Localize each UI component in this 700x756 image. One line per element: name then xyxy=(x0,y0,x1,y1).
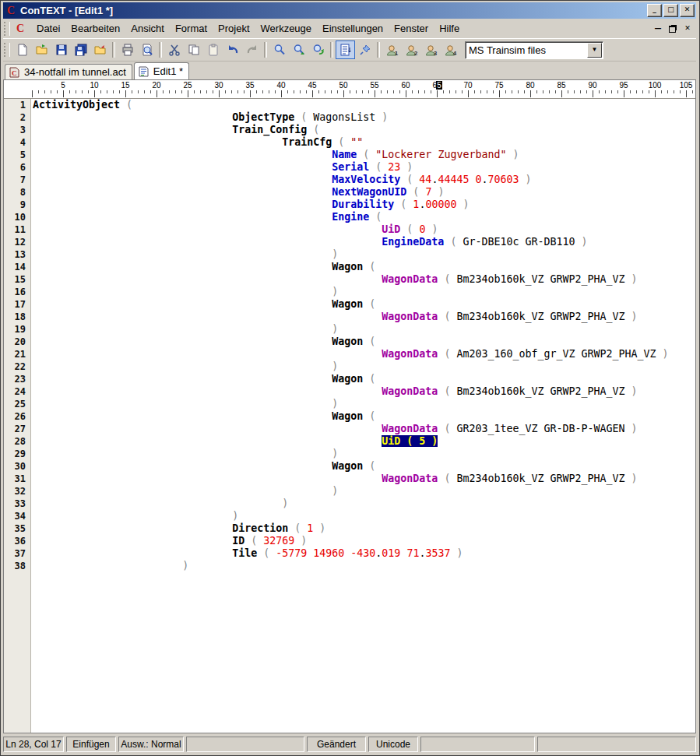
menu-datei[interactable]: Datei xyxy=(31,20,65,37)
menu-hilfe[interactable]: Hilfe xyxy=(434,20,465,37)
child-minimize-button[interactable]: — xyxy=(652,23,664,34)
code-line[interactable]: WagonData ( GR203_1tee_VZ GR-DB-P-WAGEN … xyxy=(33,423,695,435)
code-line[interactable]: Wagon ( xyxy=(33,336,695,348)
code-line[interactable]: ) xyxy=(33,510,695,522)
code-line[interactable]: ) xyxy=(33,398,695,410)
user-command-1-button[interactable]: 1 xyxy=(382,40,402,59)
code-line[interactable]: Direction ( 1 ) xyxy=(33,522,695,535)
code-line[interactable]: ) xyxy=(33,560,695,572)
new-file-button[interactable] xyxy=(12,40,32,59)
code-line[interactable]: EngineData ( Gr-DBE10c GR-DB110 ) xyxy=(33,236,695,248)
paste-button[interactable] xyxy=(203,40,223,59)
code-line[interactable]: UiD ( 0 ) xyxy=(33,223,695,236)
code-line[interactable]: Train_Config ( xyxy=(33,124,695,136)
code-line[interactable]: NextWagonUID ( 7 ) xyxy=(33,186,695,199)
code-line[interactable]: Wagon ( xyxy=(33,410,695,423)
menu-ansicht[interactable]: Ansicht xyxy=(125,20,170,37)
line-number: 30 xyxy=(4,460,30,473)
replace-button[interactable] xyxy=(308,40,328,59)
save-file-button[interactable] xyxy=(51,40,71,59)
menu-format[interactable]: Format xyxy=(170,20,213,37)
code-line[interactable]: Wagon ( xyxy=(33,460,695,473)
maximize-button[interactable]: □ xyxy=(663,4,678,17)
child-restore-button[interactable] xyxy=(667,23,679,34)
title-bar[interactable]: C ConTEXT - [Edit1 *] _ □ ✕ xyxy=(3,2,696,19)
redo-button[interactable] xyxy=(242,40,262,59)
user-command-3-button[interactable]: 3 xyxy=(421,40,441,59)
ruler-number: 35 xyxy=(245,81,254,90)
code-line[interactable]: ActivityObject ( xyxy=(33,99,695,111)
undo-button[interactable] xyxy=(223,40,242,59)
find-button[interactable] xyxy=(269,40,289,59)
code-token: Gr-DBE10c GR-DB110 xyxy=(463,236,575,248)
code-line[interactable]: MaxVelocity ( 44.44445 0.70603 ) xyxy=(33,174,695,186)
menu-bearbeiten[interactable]: Bearbeiten xyxy=(65,20,125,37)
tab-edit1[interactable]: Edit1 * xyxy=(134,62,189,79)
code-area[interactable]: 1234567891011121314151617181920212223242… xyxy=(4,99,695,733)
code-line[interactable]: UiD ( 5 ) xyxy=(33,435,695,448)
selected-text: UiD ( 5 ) xyxy=(382,435,438,447)
tab-34-notfall-im-tunnel[interactable]: C 34-notfall im tunnel.act xyxy=(5,64,132,79)
code-line[interactable]: WagonData ( Am203_160_obf_gr_VZ GRWP2_PH… xyxy=(33,348,695,360)
menu-werkzeuge[interactable]: Werkzeuge xyxy=(255,20,318,37)
menu-einstellungen[interactable]: Einstellungen xyxy=(317,20,389,37)
code-token: ) xyxy=(656,348,669,360)
line-number: 3 xyxy=(4,124,30,136)
code-line[interactable]: Serial ( 23 ) xyxy=(33,161,695,174)
close-button[interactable]: ✕ xyxy=(680,4,695,17)
user-command-4-button[interactable]: 4 xyxy=(441,40,460,59)
code-line[interactable]: ) xyxy=(33,498,695,510)
code-line[interactable]: Wagon ( xyxy=(33,261,695,273)
code-line[interactable]: WagonData ( Bm234ob160k_VZ GRWP2_PHA_VZ … xyxy=(33,273,695,286)
code-line[interactable]: Name ( "Lockerer Zugverband" ) xyxy=(33,149,695,161)
pin-button[interactable] xyxy=(355,40,375,59)
save-all-button[interactable] xyxy=(71,40,90,59)
code-line[interactable]: ID ( 32769 ) xyxy=(33,535,695,547)
find-next-button[interactable] xyxy=(289,40,308,59)
code-line[interactable]: ) xyxy=(33,485,695,498)
child-close-button[interactable]: ✕ xyxy=(681,23,694,34)
code-token xyxy=(33,535,232,547)
code-line[interactable]: WagonData ( Bm234ob160k_VZ GRWP2_PHA_VZ … xyxy=(33,311,695,323)
code-line[interactable]: WagonData ( Bm234ob160k_VZ GRWP2_PHA_VZ … xyxy=(33,385,695,398)
ruler-ticks xyxy=(32,90,695,97)
window-title: ConTEXT - [Edit1 *] xyxy=(20,5,645,16)
code-token: MaxVelocity xyxy=(332,174,400,185)
code-line[interactable]: Tile ( -5779 14960 -430.019 71.3537 ) xyxy=(33,547,695,560)
toolbar-grip[interactable] xyxy=(4,43,10,57)
code-lines[interactable]: ActivityObject ( ObjectType ( WagonsList… xyxy=(31,99,695,733)
context-logo-icon: C xyxy=(5,5,17,17)
code-line[interactable]: ) xyxy=(33,323,695,336)
highlighter-select[interactable]: MS Trainsim files ▼ xyxy=(465,41,603,59)
menu-fenster[interactable]: Fenster xyxy=(389,20,434,37)
code-line[interactable]: ObjectType ( WagonsList ) xyxy=(33,111,695,124)
cut-button[interactable] xyxy=(164,40,184,59)
code-line[interactable]: TrainCfg ( "" xyxy=(33,136,695,149)
code-line[interactable]: Wagon ( xyxy=(33,298,695,311)
code-token: ) xyxy=(506,149,519,160)
chevron-down-icon[interactable]: ▼ xyxy=(587,43,602,58)
minimize-button[interactable]: _ xyxy=(647,4,662,17)
paste-icon xyxy=(207,44,220,56)
menubar-grip[interactable] xyxy=(4,22,10,36)
file-panel-toggle-button[interactable] xyxy=(336,40,355,59)
print-preview-button[interactable] xyxy=(137,40,157,59)
ruler-number: 75 xyxy=(494,81,503,90)
line-number: 32 xyxy=(4,485,30,498)
code-line[interactable]: ) xyxy=(33,286,695,298)
copy-button[interactable] xyxy=(184,40,203,59)
open-file-button[interactable] xyxy=(32,40,51,59)
code-line[interactable]: Durability ( 1.00000 ) xyxy=(33,199,695,211)
code-line[interactable]: WagonData ( Bm234ob160k_VZ GRWP2_PHA_VZ … xyxy=(33,473,695,485)
menu-projekt[interactable]: Projekt xyxy=(213,20,255,37)
user-command-2-button[interactable]: 2 xyxy=(402,40,421,59)
close-file-button[interactable] xyxy=(90,40,110,59)
code-token: ( xyxy=(369,211,382,223)
code-line[interactable]: ) xyxy=(33,448,695,460)
code-line[interactable]: ) xyxy=(33,360,695,373)
mdi-child-icon[interactable]: C xyxy=(14,23,26,35)
code-line[interactable]: ) xyxy=(33,248,695,261)
print-button[interactable] xyxy=(118,40,137,59)
code-line[interactable]: Engine ( xyxy=(33,211,695,223)
code-line[interactable]: Wagon ( xyxy=(33,373,695,385)
